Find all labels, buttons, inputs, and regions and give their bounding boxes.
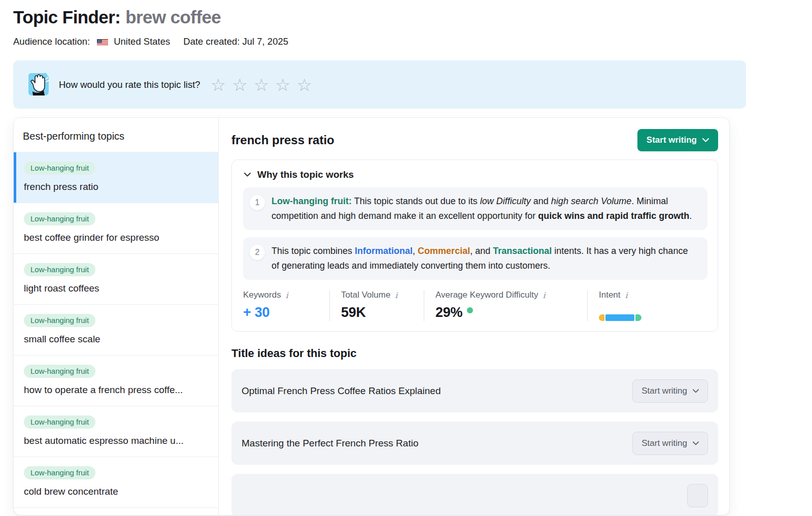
avg-difficulty-value: 29% (435, 305, 462, 320)
chevron-down-icon (693, 389, 699, 393)
low-hanging-fruit-badge: Low-hanging fruit (24, 365, 95, 378)
total-volume-value: 59K (341, 305, 413, 320)
title-idea-text: Mastering the Perfect French Press Ratio (242, 438, 418, 449)
star-icon[interactable]: ☆ (211, 76, 226, 93)
star-icon[interactable]: ☆ (275, 76, 290, 93)
page-title: Topic Finder:brew coffee (13, 7, 812, 27)
low-hanging-fruit-badge: Low-hanging fruit (24, 314, 95, 327)
point-number: 1 (250, 195, 265, 210)
chevron-down-icon (693, 441, 699, 445)
why-topic-works-card: Why this topic works 1 Low-hanging fruit… (231, 159, 718, 332)
title-idea-card-partial (231, 474, 718, 515)
title-idea-card: Mastering the Perfect French Press Ratio… (231, 422, 718, 465)
audience-location-label: Audience location: (13, 36, 90, 47)
intent-commercial-segment (599, 314, 604, 321)
start-writing-label: Start writing (641, 438, 687, 448)
waving-hand-icon (26, 71, 50, 99)
title-idea-card: Optimal French Press Coffee Ratios Expla… (231, 369, 718, 412)
topic-item-label: light roast coffees (24, 283, 208, 294)
sidebar-item-light-roast-coffees[interactable]: Low-hanging fruit light roast coffees (14, 254, 218, 305)
topic-item-label: how to operate a french press coffe... (24, 384, 208, 396)
info-icon[interactable]: i (543, 291, 546, 300)
rating-question: How would you rate this topic list? (59, 79, 200, 90)
keywords-value: + 30 (243, 305, 318, 320)
info-icon[interactable]: i (286, 291, 288, 300)
start-writing-idea-button[interactable] (687, 484, 708, 507)
results-container: Best-performing topics Low-hanging fruit… (13, 117, 730, 515)
point-number: 2 (250, 245, 265, 260)
start-writing-button[interactable]: Start writing (637, 129, 718, 151)
page-title-prefix: Topic Finder: (13, 7, 120, 27)
title-ideas-heading: Title ideas for this topic (231, 347, 718, 360)
avg-difficulty-label: Average Keyword Difficulty (435, 290, 538, 300)
point-text: This topic combines Informational, Comme… (272, 244, 697, 273)
star-icon[interactable]: ☆ (297, 76, 312, 93)
intent-transactional-segment (635, 314, 641, 321)
metric-avg-keyword-difficulty: Average Keyword Difficulty i 29% (424, 290, 587, 321)
metrics-row: Keywords i + 30 Total Volume i 59K (243, 290, 707, 321)
chevron-down-icon (702, 138, 709, 142)
start-writing-idea-button[interactable]: Start writing (632, 379, 708, 403)
chevron-down-icon (244, 173, 251, 177)
why-point-2: 2 This topic combines Informational, Com… (243, 237, 707, 280)
intent-informational-segment (605, 314, 634, 321)
star-icon[interactable]: ☆ (232, 76, 247, 93)
topic-detail-panel: french press ratio Start writing Why thi… (219, 118, 729, 515)
why-point-1: 1 Low-hanging fruit: This topic stands o… (243, 187, 707, 230)
sidebar-item-how-to-operate-french-press[interactable]: Low-hanging fruit how to operate a frenc… (14, 356, 218, 406)
start-writing-label (696, 491, 699, 501)
keywords-label: Keywords (243, 290, 281, 300)
page-meta: Audience location: United States Date cr… (13, 36, 812, 47)
point-text: Low-hanging fruit: This topic stands out… (272, 194, 697, 223)
us-flag-icon (97, 38, 108, 46)
sidebar-item-best-coffee-grinder[interactable]: Low-hanging fruit best coffee grinder fo… (14, 203, 218, 254)
sidebar-item-small-coffee-scale[interactable]: Low-hanging fruit small coffee scale (14, 305, 218, 356)
star-icon[interactable]: ☆ (254, 76, 269, 93)
topic-finder-page: Topic Finder:brew coffee Audience locati… (0, 0, 812, 515)
metric-intent: Intent i (587, 290, 653, 321)
topic-item-label: small coffee scale (24, 334, 208, 345)
intent-bar (599, 314, 641, 321)
low-hanging-fruit-badge: Low-hanging fruit (24, 466, 95, 479)
start-writing-label: Start writing (647, 135, 697, 145)
total-volume-label: Total Volume (341, 290, 390, 300)
date-created: Date created: Jul 7, 2025 (183, 36, 288, 47)
sidebar-header: Best-performing topics (14, 118, 218, 152)
intent-label: Intent (599, 290, 621, 300)
sidebar-item-cold-brew-concentrate[interactable]: Low-hanging fruit cold brew concentrate (14, 457, 218, 508)
topic-item-label: best coffee grinder for espresso (24, 232, 208, 243)
topic-title: french press ratio (231, 133, 334, 147)
low-hanging-fruit-badge: Low-hanging fruit (24, 415, 95, 429)
sidebar-item-french-press-ratio[interactable]: Low-hanging fruit french press ratio (14, 152, 218, 203)
start-writing-idea-button[interactable]: Start writing (632, 432, 708, 455)
low-hanging-fruit-badge: Low-hanging fruit (24, 212, 95, 225)
info-icon[interactable]: i (395, 291, 397, 300)
page-title-query: brew coffee (125, 7, 221, 27)
topics-sidebar: Best-performing topics Low-hanging fruit… (14, 118, 219, 515)
difficulty-status-dot (467, 307, 473, 313)
info-icon[interactable]: i (625, 291, 628, 300)
topic-item-label: best automatic espresso machine u... (24, 435, 208, 446)
audience-location-value: United States (114, 36, 170, 47)
metric-total-volume: Total Volume i 59K (329, 290, 424, 321)
title-idea-text: Optimal French Press Coffee Ratios Expla… (242, 385, 441, 397)
start-writing-label: Start writing (641, 386, 687, 396)
why-topic-works-toggle[interactable]: Why this topic works (243, 169, 707, 180)
topic-item-label: cold brew concentrate (24, 486, 208, 497)
metric-keywords: Keywords i + 30 (243, 290, 329, 321)
low-hanging-fruit-badge: Low-hanging fruit (24, 162, 95, 175)
sidebar-item-best-automatic-espresso-machine[interactable]: Low-hanging fruit best automatic espress… (14, 406, 218, 457)
rating-banner: How would you rate this topic list? ☆☆☆☆… (13, 60, 746, 109)
low-hanging-fruit-badge: Low-hanging fruit (24, 263, 95, 276)
rating-stars[interactable]: ☆☆☆☆☆ (211, 76, 312, 93)
topic-item-label: french press ratio (24, 181, 208, 192)
why-topic-works-heading: Why this topic works (257, 169, 354, 180)
